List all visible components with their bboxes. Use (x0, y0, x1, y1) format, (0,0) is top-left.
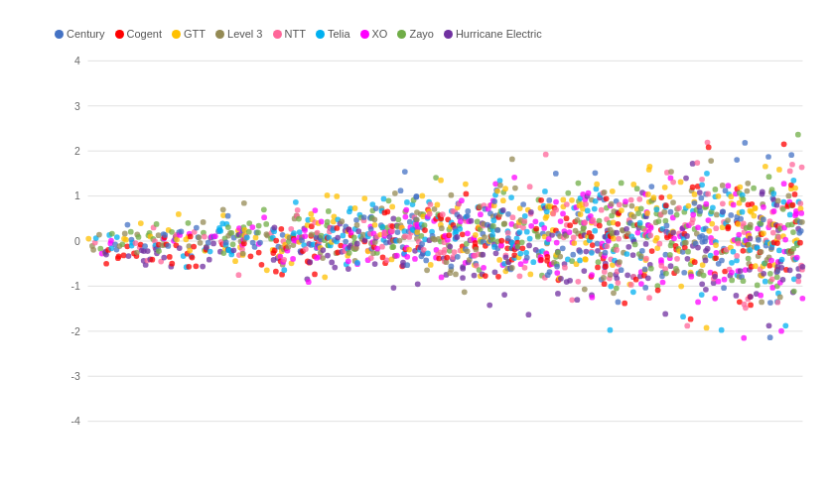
svg-point-793 (509, 265, 515, 271)
svg-point-1214 (664, 223, 670, 229)
svg-point-135 (200, 264, 206, 270)
svg-point-1081 (616, 236, 622, 242)
svg-point-1514 (763, 164, 768, 170)
svg-point-1525 (766, 263, 772, 269)
svg-point-226 (264, 267, 270, 273)
svg-point-1459 (746, 242, 752, 248)
svg-point-706 (480, 252, 485, 258)
svg-point-1278 (688, 274, 694, 280)
svg-point-758 (497, 183, 503, 189)
svg-point-1395 (728, 212, 734, 218)
svg-point-687 (473, 247, 479, 253)
svg-point-1189 (655, 288, 661, 294)
svg-point-351 (329, 260, 335, 266)
svg-point-1540 (769, 276, 775, 282)
svg-point-910 (557, 254, 563, 260)
svg-text:2: 2 (74, 145, 80, 157)
svg-point-59 (136, 234, 142, 240)
svg-point-574 (428, 262, 434, 268)
svg-point-1319 (701, 273, 707, 279)
svg-point-478 (390, 244, 396, 250)
svg-point-210 (248, 253, 254, 259)
svg-point-1092 (622, 301, 627, 307)
svg-point-1584 (780, 277, 786, 283)
svg-point-1420 (736, 241, 742, 247)
svg-point-151 (212, 233, 218, 239)
svg-point-1306 (697, 189, 703, 195)
svg-point-876 (544, 254, 550, 260)
svg-point-1649 (798, 210, 804, 216)
svg-point-1101 (625, 244, 631, 250)
svg-point-483 (392, 190, 398, 196)
svg-point-1409 (734, 157, 740, 163)
svg-point-923 (564, 215, 570, 221)
svg-point-1287 (690, 212, 696, 218)
svg-point-1301 (695, 300, 701, 306)
svg-point-95 (162, 232, 168, 238)
svg-point-49 (126, 253, 132, 259)
svg-point-302 (307, 259, 313, 265)
legend-dot (215, 30, 224, 39)
svg-point-1605 (787, 169, 793, 175)
svg-point-1523 (766, 322, 772, 328)
svg-point-92 (161, 255, 167, 261)
svg-point-797 (510, 214, 516, 220)
svg-point-1070 (614, 247, 620, 253)
svg-point-1022 (602, 189, 608, 195)
svg-point-518 (407, 219, 413, 225)
svg-point-1131 (636, 196, 642, 202)
svg-point-20 (90, 247, 96, 253)
svg-point-741 (491, 198, 497, 204)
svg-point-1325 (703, 287, 709, 293)
svg-point-1613 (789, 162, 795, 168)
svg-point-1297 (694, 160, 700, 166)
svg-point-534 (414, 193, 420, 199)
svg-point-560 (422, 222, 428, 228)
svg-point-1019 (601, 275, 607, 281)
svg-point-1609 (788, 152, 794, 158)
svg-point-138 (202, 234, 208, 240)
svg-point-333 (320, 247, 326, 253)
svg-point-1085 (617, 259, 623, 265)
svg-point-1108 (628, 282, 634, 288)
svg-point-1334 (705, 246, 711, 252)
svg-point-341 (325, 253, 331, 259)
svg-point-40 (116, 254, 122, 260)
svg-point-1299 (695, 245, 701, 251)
svg-point-38 (114, 234, 120, 240)
svg-point-330 (319, 219, 325, 225)
svg-point-130 (194, 263, 200, 269)
svg-point-662 (464, 191, 470, 197)
svg-point-197 (240, 251, 246, 257)
svg-point-1557 (774, 274, 780, 280)
svg-point-1032 (603, 264, 609, 270)
svg-point-86 (156, 248, 162, 254)
svg-point-1399 (729, 260, 735, 266)
svg-point-1529 (767, 334, 773, 340)
svg-point-1337 (706, 145, 712, 151)
svg-point-825 (521, 218, 527, 224)
svg-point-360 (334, 193, 340, 199)
svg-point-823 (520, 201, 526, 207)
svg-point-1139 (638, 281, 644, 287)
svg-point-1256 (680, 314, 686, 319)
svg-point-1359 (713, 242, 719, 248)
svg-point-762 (498, 238, 504, 244)
svg-point-1476 (752, 213, 758, 219)
svg-point-1250 (678, 284, 684, 290)
svg-point-1008 (597, 218, 603, 224)
svg-point-1374 (720, 200, 726, 206)
legend-dot (115, 30, 124, 39)
svg-point-128 (191, 244, 197, 250)
svg-point-493 (398, 188, 404, 193)
svg-point-1223 (668, 209, 674, 215)
svg-point-968 (582, 287, 588, 293)
svg-point-1508 (761, 230, 766, 236)
svg-point-1455 (746, 256, 752, 262)
svg-point-839 (528, 209, 534, 215)
svg-point-23 (96, 232, 102, 238)
svg-point-944 (574, 297, 580, 303)
svg-point-1243 (674, 256, 680, 262)
svg-point-737 (490, 217, 496, 223)
svg-point-62 (138, 220, 144, 226)
